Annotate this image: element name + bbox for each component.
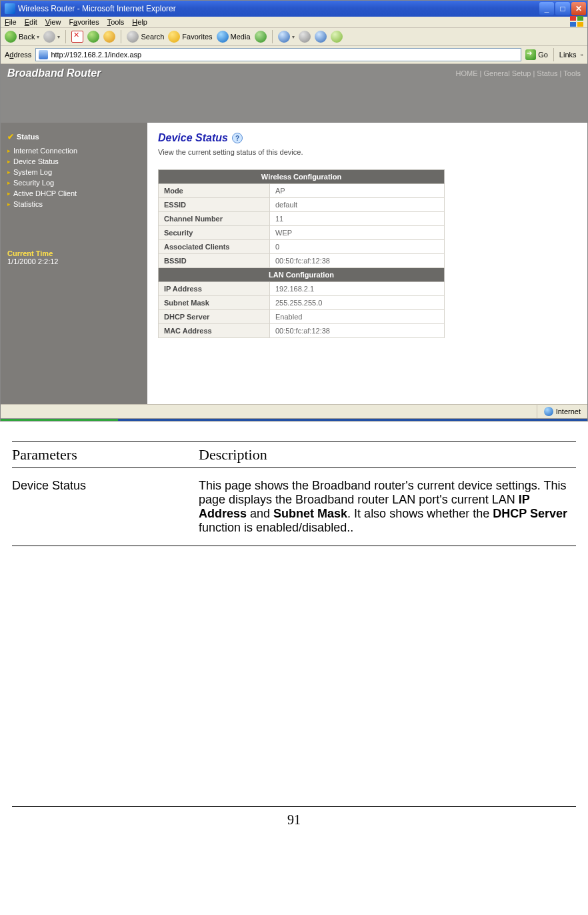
- refresh-button[interactable]: [87, 31, 99, 43]
- sidebar-item-internet-connection[interactable]: Internet Connection: [7, 145, 141, 156]
- current-time-label: Current Time: [7, 249, 141, 257]
- close-button[interactable]: ✕: [571, 2, 586, 15]
- sidebar-title: ✔Status: [7, 132, 141, 141]
- browser-window: Wireless Router - Microsoft Internet Exp…: [0, 0, 588, 421]
- col-description: Description: [199, 442, 576, 468]
- page-title: Device Status?: [158, 132, 577, 144]
- table-row: Security WEP: [159, 226, 445, 240]
- table-row: Subnet Mask255.255.255.0: [159, 296, 445, 310]
- lan-header: LAN Configuration: [159, 268, 445, 282]
- home-button[interactable]: [103, 31, 115, 43]
- minimize-button[interactable]: _: [539, 2, 554, 15]
- table-row: ModeAP: [159, 184, 445, 198]
- search-icon: [127, 31, 139, 43]
- check-icon: ✔: [7, 132, 14, 141]
- table-row: MAC Address00:50:fc:af:12:38: [159, 324, 445, 338]
- favorites-button[interactable]: Favorites: [168, 31, 212, 43]
- menu-edit[interactable]: Edit: [25, 18, 37, 26]
- menu-view[interactable]: View: [45, 18, 61, 26]
- page-number: 91: [12, 806, 576, 828]
- col-parameters: Parameters: [12, 442, 199, 468]
- main-pane: Device Status? View the current setting …: [147, 123, 587, 404]
- sidebar-item-device-status[interactable]: Device Status: [7, 156, 141, 167]
- svg-rect-0: [570, 16, 576, 21]
- definition-table: Parameters Description Device Status Thi…: [12, 441, 576, 546]
- table-row: Channel Number11: [159, 212, 445, 226]
- ie-icon: [5, 3, 15, 14]
- page-content: Broadband Router HOME | General Setup | …: [1, 64, 587, 404]
- table-row: DHCP ServerEnabled: [159, 310, 445, 324]
- edit-button[interactable]: [315, 31, 327, 43]
- svg-rect-2: [570, 22, 576, 27]
- menu-bar: File Edit View Favorites Tools Help: [1, 17, 587, 28]
- sidebar-item-security-log[interactable]: Security Log: [7, 177, 141, 188]
- star-icon: [168, 31, 180, 43]
- messenger-button[interactable]: [331, 31, 343, 43]
- menu-favorites[interactable]: Favorites: [69, 18, 99, 26]
- menu-help[interactable]: Help: [132, 18, 147, 26]
- param-description: This page shows the Broadband router's c…: [199, 468, 576, 546]
- url-text: http://192.168.2.1/index.asp: [51, 51, 141, 59]
- menu-tools[interactable]: Tools: [107, 18, 125, 26]
- globe-icon: [544, 407, 553, 416]
- media-icon: [217, 31, 229, 43]
- table-row: ESSIDdefault: [159, 198, 445, 212]
- stop-button[interactable]: [71, 31, 83, 43]
- mail-icon: [278, 31, 290, 43]
- wlan-header: Wireless Configuration: [159, 170, 445, 184]
- url-field[interactable]: http://192.168.2.1/index.asp: [35, 48, 521, 61]
- svg-rect-3: [577, 22, 583, 27]
- router-header: Broadband Router HOME | General Setup | …: [1, 64, 587, 83]
- forward-icon: [43, 31, 55, 43]
- print-button[interactable]: [299, 31, 311, 43]
- sidebar: ✔Status Internet Connection Device Statu…: [1, 123, 147, 404]
- router-top-links[interactable]: HOME | General Setup | Status | Tools: [455, 69, 581, 77]
- page-subtitle: View the current setting status of this …: [158, 148, 577, 156]
- router-brand: Broadband Router: [7, 67, 101, 79]
- menu-file[interactable]: File: [5, 18, 17, 26]
- status-bar: Internet: [1, 404, 587, 418]
- search-button[interactable]: Search: [127, 31, 164, 43]
- sidebar-list: Internet Connection Device Status System…: [7, 145, 141, 209]
- document-body: Parameters Description Device Status Thi…: [0, 421, 588, 828]
- sidebar-item-active-dhcp-client[interactable]: Active DHCP Client: [7, 188, 141, 199]
- address-label: Address: [5, 51, 31, 59]
- window-title: Wireless Router - Microsoft Internet Exp…: [18, 4, 176, 13]
- links-label[interactable]: Links: [559, 51, 577, 59]
- back-button[interactable]: Back▾: [5, 31, 39, 43]
- svg-rect-1: [577, 16, 583, 21]
- current-time-value: 1/1/2000 2:2:12: [7, 257, 141, 265]
- page-icon: [39, 50, 48, 59]
- chevron-right-icon: »: [581, 52, 583, 58]
- maximize-button[interactable]: □: [555, 2, 570, 15]
- back-icon: [5, 31, 17, 43]
- config-table: Wireless Configuration ModeAP ESSIDdefau…: [158, 169, 445, 338]
- forward-button[interactable]: ▾: [43, 31, 60, 43]
- table-row: BSSID00:50:fc:af:12:38: [159, 254, 445, 268]
- table-row: Associated Clients0: [159, 240, 445, 254]
- mail-button[interactable]: ▾: [278, 31, 295, 43]
- go-button[interactable]: Go: [525, 49, 548, 60]
- windows-flag-icon: [570, 17, 585, 27]
- help-icon[interactable]: ?: [232, 133, 243, 143]
- go-icon: [525, 49, 536, 60]
- table-row: IP Address192.168.2.1: [159, 282, 445, 296]
- sidebar-item-system-log[interactable]: System Log: [7, 167, 141, 177]
- address-bar: Address http://192.168.2.1/index.asp Go …: [1, 46, 587, 64]
- security-zone: Internet: [537, 405, 587, 418]
- sidebar-item-statistics[interactable]: Statistics: [7, 199, 141, 209]
- param-name: Device Status: [12, 468, 199, 546]
- router-sub-header: [1, 83, 587, 123]
- media-button[interactable]: Media: [217, 31, 251, 43]
- nav-toolbar: Back▾ ▾ Search Favorites Media ▾: [1, 28, 587, 46]
- footer-accent: [1, 418, 587, 421]
- history-button[interactable]: [255, 31, 267, 43]
- window-titlebar: Wireless Router - Microsoft Internet Exp…: [1, 1, 587, 17]
